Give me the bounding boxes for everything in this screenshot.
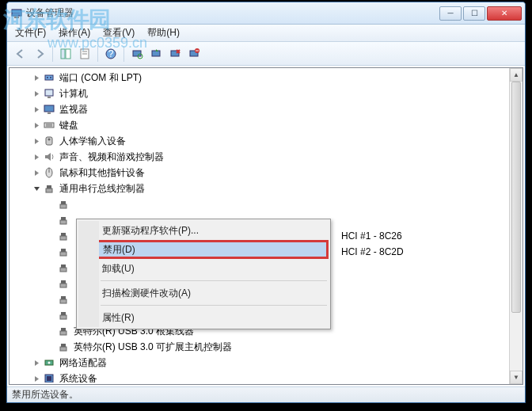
svg-rect-53 bbox=[60, 347, 66, 351]
tree-node[interactable]: 声音、视频和游戏控制器 bbox=[11, 149, 508, 165]
tree-node[interactable]: 键盘 bbox=[11, 117, 508, 133]
svg-rect-33 bbox=[46, 188, 52, 192]
svg-rect-34 bbox=[61, 201, 66, 204]
show-hide-tree-button[interactable] bbox=[57, 45, 74, 63]
expander-blank bbox=[46, 200, 55, 209]
menu-view[interactable]: 查看(V) bbox=[98, 25, 139, 41]
window-title: 设备管理器 bbox=[26, 6, 439, 20]
svg-rect-11 bbox=[152, 51, 160, 56]
toolbar: ? bbox=[7, 42, 525, 66]
scan-button[interactable] bbox=[128, 45, 146, 63]
svg-rect-52 bbox=[61, 344, 66, 347]
menubar: 文件(F) 操作(A) 查看(V) 帮助(H) bbox=[7, 25, 525, 42]
tree-node-label: 通用串行总线控制器 bbox=[58, 181, 146, 196]
usb-icon bbox=[57, 230, 70, 242]
tree-node-label bbox=[72, 283, 75, 284]
menu-action[interactable]: 操作(A) bbox=[54, 25, 95, 41]
menu-file[interactable]: 文件(F) bbox=[10, 25, 51, 41]
context-icon-column bbox=[78, 221, 99, 327]
ctx-update-driver[interactable]: 更新驱动程序软件(P)... bbox=[78, 221, 329, 240]
keyboard-icon bbox=[43, 119, 55, 131]
titlebar[interactable]: 设备管理器 ─ ☐ ✕ bbox=[7, 2, 525, 25]
expand-icon[interactable] bbox=[32, 358, 41, 367]
svg-rect-25 bbox=[44, 123, 54, 127]
expand-icon[interactable] bbox=[32, 374, 41, 382]
svg-point-55 bbox=[48, 362, 51, 364]
help-button[interactable]: ? bbox=[102, 45, 120, 63]
status-text: 禁用所选设备。 bbox=[12, 388, 78, 401]
minimize-button[interactable]: ─ bbox=[439, 6, 462, 21]
svg-rect-47 bbox=[60, 299, 66, 303]
tree-node-label bbox=[72, 219, 75, 221]
device-manager-window: 设备管理器 ─ ☐ ✕ 文件(F) 操作(A) 查看(V) 帮助(H) ? 端口… bbox=[6, 2, 526, 403]
expand-icon[interactable] bbox=[32, 89, 41, 98]
svg-rect-41 bbox=[60, 252, 66, 256]
tree-node[interactable]: 人体学输入设备 bbox=[11, 133, 508, 149]
tree-node[interactable]: 网络适配器 bbox=[11, 355, 508, 371]
svg-rect-9 bbox=[133, 51, 141, 56]
usb-icon bbox=[43, 182, 55, 195]
toolbar-divider bbox=[124, 46, 124, 62]
vertical-scrollbar[interactable]: ▲ ▼ bbox=[509, 68, 522, 384]
tree-node[interactable]: 计算机 bbox=[11, 86, 508, 101]
svg-rect-57 bbox=[47, 376, 51, 381]
expand-icon[interactable] bbox=[32, 73, 41, 82]
expand-icon[interactable] bbox=[32, 105, 41, 114]
svg-rect-0 bbox=[12, 10, 21, 16]
svg-rect-36 bbox=[61, 217, 66, 220]
tree-node[interactable]: 监视器 bbox=[11, 101, 508, 117]
svg-point-29 bbox=[48, 139, 51, 141]
expander-blank bbox=[46, 231, 55, 241]
svg-rect-48 bbox=[61, 312, 66, 315]
svg-rect-45 bbox=[60, 284, 66, 287]
back-button[interactable] bbox=[12, 45, 29, 63]
ctx-properties[interactable]: 属性(R) bbox=[78, 308, 329, 327]
svg-point-20 bbox=[50, 77, 51, 78]
tree-node[interactable]: 通用串行总线控制器 bbox=[11, 181, 508, 196]
expand-icon[interactable] bbox=[32, 168, 41, 177]
ctx-scan[interactable]: 扫描检测硬件改动(A) bbox=[78, 284, 329, 303]
expander-blank bbox=[46, 279, 55, 288]
tree-node[interactable]: 英特尔(R) USB 3.0 可扩展主机控制器 bbox=[11, 339, 508, 355]
svg-rect-49 bbox=[60, 315, 66, 319]
svg-rect-3 bbox=[66, 49, 70, 59]
tree-node-label: 声音、视频和游戏控制器 bbox=[58, 150, 165, 165]
ctx-disable[interactable]: 禁用(D) bbox=[78, 240, 329, 259]
maximize-button[interactable]: ☐ bbox=[463, 6, 485, 21]
scroll-down-button[interactable]: ▼ bbox=[510, 371, 522, 384]
tree-node[interactable] bbox=[11, 196, 508, 212]
usb-icon bbox=[57, 261, 70, 274]
svg-rect-32 bbox=[47, 185, 51, 188]
scroll-up-button[interactable]: ▲ bbox=[510, 68, 522, 82]
toolbar-divider bbox=[97, 46, 98, 62]
svg-rect-24 bbox=[48, 112, 51, 114]
svg-rect-42 bbox=[61, 264, 66, 268]
tree-node-label bbox=[72, 299, 75, 300]
expander-blank bbox=[46, 247, 55, 257]
forward-button[interactable] bbox=[31, 45, 48, 63]
tree-node-label: 系统设备 bbox=[58, 371, 99, 383]
system-icon bbox=[43, 372, 55, 382]
close-button[interactable]: ✕ bbox=[487, 6, 522, 21]
update-driver-button[interactable] bbox=[147, 45, 165, 63]
scroll-thumb[interactable] bbox=[511, 82, 521, 313]
tree-node[interactable]: 鼠标和其他指针设备 bbox=[11, 165, 508, 181]
app-icon bbox=[10, 7, 23, 20]
svg-rect-40 bbox=[61, 249, 66, 252]
expand-icon[interactable] bbox=[32, 152, 41, 162]
usb-icon bbox=[57, 245, 70, 258]
properties-button[interactable] bbox=[76, 45, 93, 63]
menu-help[interactable]: 帮助(H) bbox=[142, 25, 184, 41]
disable-button[interactable] bbox=[185, 45, 203, 63]
uninstall-button[interactable] bbox=[166, 45, 184, 63]
collapse-icon[interactable] bbox=[32, 184, 41, 193]
ctx-uninstall[interactable]: 卸载(U) bbox=[78, 259, 329, 278]
expander-blank bbox=[46, 295, 55, 304]
expand-icon[interactable] bbox=[32, 120, 41, 130]
scroll-track[interactable] bbox=[510, 82, 522, 371]
tree-node[interactable]: 系统设备 bbox=[11, 371, 508, 382]
sound-icon bbox=[43, 150, 55, 163]
tree-node[interactable]: 端口 (COM 和 LPT) bbox=[11, 70, 508, 86]
usb-icon bbox=[57, 293, 70, 306]
expand-icon[interactable] bbox=[32, 136, 41, 146]
